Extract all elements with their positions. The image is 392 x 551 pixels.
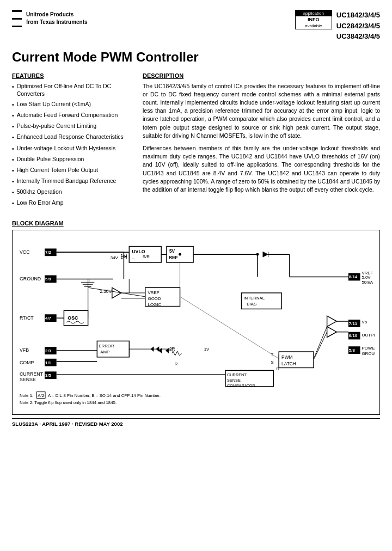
- svg-text:BIAS: BIAS: [247, 301, 256, 306]
- description-title: DESCRIPTION: [143, 72, 380, 79]
- bullet-icon: •: [12, 156, 14, 163]
- svg-text:VREF: VREF: [148, 290, 160, 295]
- description-para-1: The UC1842/3/4/5 family of control ICs p…: [143, 82, 380, 140]
- svg-line-111: [180, 296, 279, 358]
- svg-text:A = DIL-8 Pin Number, B = SO-1: A = DIL-8 Pin Number, B = SO-14 and CFP-…: [48, 393, 161, 398]
- bullet-icon: •: [12, 101, 14, 108]
- svg-text:VFB: VFB: [20, 347, 29, 353]
- svg-text:6/10: 6/10: [349, 333, 358, 338]
- svg-text:OSC: OSC: [68, 315, 78, 321]
- diagram-container: VCC GROUND RT/CT VFB COMP CURRENT SENSE …: [12, 230, 380, 415]
- svg-text:5.0V: 5.0V: [362, 275, 371, 280]
- svg-text:Note 1:: Note 1:: [20, 393, 33, 398]
- block-diagram-svg: VCC GROUND RT/CT VFB COMP CURRENT SENSE …: [17, 235, 375, 410]
- svg-line-108: [314, 332, 327, 358]
- svg-marker-85: [327, 326, 337, 337]
- features-column: FEATURES •Optimized For Off-line And DC …: [12, 72, 132, 210]
- bullet-icon: •: [12, 188, 14, 196]
- svg-text:VCC: VCC: [20, 249, 30, 255]
- svg-text:CURRENT: CURRENT: [227, 372, 247, 377]
- svg-text:GOOD: GOOD: [148, 296, 161, 301]
- logo-area: Unitrode Products from Texas Instruments: [12, 10, 88, 27]
- svg-text:OUTPUT: OUTPUT: [362, 332, 375, 337]
- header-right: application INFO available UC1842/3/4/5 …: [295, 10, 380, 42]
- svg-text:RT/CT: RT/CT: [20, 315, 34, 321]
- svg-text:R: R: [175, 361, 178, 366]
- svg-text:AMP: AMP: [100, 350, 109, 354]
- list-item: •Pulse-by-pulse Current Limiting: [12, 122, 132, 130]
- svg-text:ERROR: ERROR: [99, 344, 114, 348]
- svg-line-107: [314, 326, 327, 358]
- svg-text:50mA: 50mA: [362, 280, 373, 285]
- svg-text:–: –: [132, 256, 134, 261]
- svg-text:UVLO: UVLO: [132, 249, 145, 254]
- list-item: •Enhanced Load Response Characteristics: [12, 133, 132, 141]
- svg-point-114: [256, 253, 259, 255]
- svg-text:5/9: 5/9: [45, 277, 52, 281]
- svg-text:REF: REF: [169, 255, 178, 260]
- company-name: Unitrode Products from Texas Instruments: [26, 11, 88, 26]
- bullet-icon: •: [12, 83, 14, 90]
- svg-text:5V: 5V: [169, 248, 175, 254]
- svg-text:INTERNAL: INTERNAL: [243, 295, 265, 300]
- svg-marker-84: [327, 316, 337, 327]
- svg-text:Note 2:        Toggle flip flo: Note 2: Toggle flip flop used only in 18…: [20, 400, 117, 405]
- bullet-icon: •: [12, 133, 14, 141]
- features-list: •Optimized For Off-line And DC To DC Con…: [12, 82, 132, 207]
- description-column: DESCRIPTION The UC1842/3/4/5 family of c…: [143, 72, 380, 210]
- svg-text:Vb: Vb: [362, 320, 367, 325]
- part-numbers: UC1842/3/4/5 UC2842/3/4/5 UC3842/3/4/5: [336, 10, 380, 42]
- svg-text:3/5: 3/5: [45, 373, 52, 378]
- svg-text:CURRENT: CURRENT: [20, 371, 44, 377]
- svg-text:SENSE: SENSE: [227, 378, 241, 383]
- svg-text:COMP: COMP: [20, 359, 34, 365]
- bullet-icon: •: [12, 177, 14, 185]
- svg-text:PWM: PWM: [281, 354, 292, 359]
- features-title: FEATURES: [12, 72, 132, 79]
- list-item: •Optimized For Off-line And DC To DC Con…: [12, 82, 132, 97]
- svg-text:S: S: [271, 359, 273, 364]
- bullet-icon: •: [12, 123, 14, 130]
- footer-text: SLUS223A · APRIL 1997 · REVISED MAY 2002: [12, 421, 122, 427]
- svg-text:POWER: POWER: [362, 346, 375, 351]
- bullet-icon: •: [12, 199, 14, 207]
- block-diagram-section: BLOCK DIAGRAM VCC GROUND RT/CT VFB COMP …: [12, 220, 380, 415]
- two-column-section: FEATURES •Optimized For Off-line And DC …: [12, 72, 380, 210]
- description-para-2: Differences between members of this fami…: [143, 144, 380, 194]
- svg-text:VREF: VREF: [362, 270, 373, 275]
- page-header: Unitrode Products from Texas Instruments…: [12, 10, 380, 42]
- svg-text:34V: 34V: [111, 255, 119, 260]
- page-title: Current Mode PWM Controller: [12, 50, 380, 65]
- list-item: •Internally Trimmed Bandgap Reference: [12, 177, 132, 185]
- list-item: •High Current Totem Pole Output: [12, 166, 132, 174]
- list-item: •Low Start Up Current (<1mA): [12, 100, 132, 108]
- app-info-box: application INFO available: [295, 10, 332, 29]
- page-footer: SLUS223A · APRIL 1997 · REVISED MAY 2002: [12, 418, 380, 427]
- svg-text:8/14: 8/14: [349, 274, 358, 279]
- svg-text:5/8: 5/8: [349, 348, 356, 353]
- svg-point-113: [179, 253, 181, 255]
- list-item: •Low Ro Error Amp: [12, 199, 132, 207]
- svg-text:LOGIC: LOGIC: [148, 302, 162, 307]
- logo-icon: [12, 10, 22, 27]
- svg-text:COMPARATOR: COMPARATOR: [227, 383, 255, 388]
- svg-text:7/11: 7/11: [349, 321, 358, 326]
- svg-text:SENSE: SENSE: [20, 377, 36, 382]
- svg-text:GROUND: GROUND: [20, 276, 41, 281]
- svg-text:1V: 1V: [204, 347, 210, 352]
- svg-text:A/2: A/2: [38, 393, 44, 398]
- svg-text:S/R: S/R: [143, 254, 150, 259]
- svg-marker-61: [112, 287, 121, 298]
- list-item: •Under-voltage Lockout With Hysteresis: [12, 144, 132, 152]
- list-item: •500khz Operation: [12, 188, 132, 196]
- list-item: •Automatic Feed Forward Compensation: [12, 111, 132, 119]
- bullet-icon: •: [12, 167, 14, 174]
- bullet-icon: •: [12, 112, 14, 119]
- svg-text:4/7: 4/7: [45, 316, 52, 321]
- bullet-icon: •: [12, 145, 14, 152]
- svg-text:2/3: 2/3: [45, 348, 52, 353]
- svg-marker-50: [263, 252, 268, 257]
- list-item: •Double Pulse Suppression: [12, 155, 132, 163]
- block-diagram-title: BLOCK DIAGRAM: [12, 220, 380, 226]
- svg-text:LATCH: LATCH: [281, 360, 296, 366]
